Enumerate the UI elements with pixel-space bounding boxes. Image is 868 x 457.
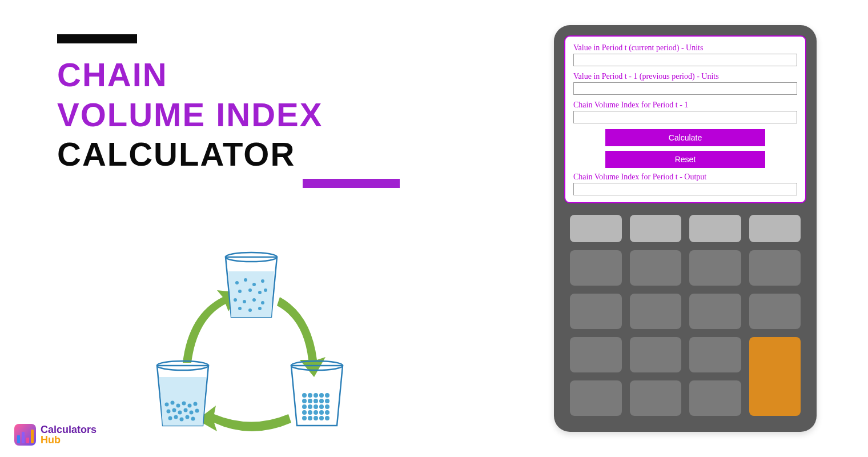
svg-point-6 [248,288,252,292]
svg-point-17 [165,403,169,407]
keypad-key [689,380,741,416]
svg-point-46 [308,404,312,409]
keypad-key [630,380,682,416]
title-line-2: VOLUME INDEX [57,95,514,135]
title-block: CHAIN VOLUME INDEX CALCULATOR [57,34,514,188]
keypad-key [570,380,622,416]
svg-point-52 [314,410,318,415]
svg-point-22 [194,402,198,406]
keypad-key [570,215,622,242]
svg-point-8 [264,288,267,292]
svg-point-40 [302,399,307,403]
svg-point-39 [325,393,329,398]
svg-point-25 [178,411,182,415]
svg-point-23 [167,410,171,414]
calculate-button[interactable]: Calculate [605,129,765,146]
cup-top-icon [226,252,277,317]
svg-point-50 [302,410,307,415]
output-label: Chain Volume Index for Period t - Output [573,173,797,182]
svg-point-29 [168,416,172,420]
cup-right-icon [291,361,343,426]
svg-point-35 [302,393,307,398]
svg-point-12 [261,301,264,304]
field-2-label: Value in Period t - 1 (previous period) … [573,72,797,81]
svg-point-49 [325,404,329,409]
svg-point-59 [325,416,329,420]
brand-logo: Calculators Hub [14,424,97,446]
svg-point-44 [325,399,329,403]
svg-point-57 [314,416,318,420]
svg-point-36 [308,393,312,398]
svg-point-37 [314,393,318,398]
calculator-keypad [564,203,806,422]
calculator-form: Value in Period t (current period) - Uni… [564,35,806,203]
svg-point-31 [180,418,184,422]
svg-point-4 [261,279,264,283]
keypad-equals-key [749,337,801,416]
keypad-key [689,337,741,372]
svg-point-48 [319,404,324,409]
svg-point-27 [190,411,194,415]
field-3-label: Chain Volume Index for Period t - 1 [573,101,797,110]
keypad-key [689,215,741,242]
svg-point-58 [319,416,324,420]
svg-point-1 [235,281,239,284]
svg-point-11 [252,298,256,302]
arrow-bottom-icon [197,406,291,431]
svg-point-19 [176,404,180,408]
svg-point-56 [308,416,312,420]
decorative-bar-top [57,34,137,43]
svg-point-14 [248,308,252,312]
svg-point-15 [258,307,262,310]
keypad-key [570,294,622,329]
calculator-device: Value in Period t (current period) - Uni… [554,25,817,432]
keypad-key [749,294,801,329]
svg-point-13 [238,307,242,310]
svg-point-26 [184,408,188,412]
chain-index-output[interactable] [573,183,797,195]
title-line-3: CALCULATOR [57,134,514,174]
svg-point-18 [171,401,175,405]
keypad-key [689,294,741,329]
svg-point-42 [314,399,318,403]
svg-point-32 [186,415,190,419]
keypad-key [630,250,682,286]
logo-text: Calculators Hub [41,424,97,445]
svg-point-53 [319,410,324,415]
field-1-label: Value in Period t (current period) - Uni… [573,43,797,53]
svg-point-3 [252,283,256,286]
decorative-bar-bottom [303,179,400,188]
svg-point-28 [195,409,199,413]
cup-left-icon [157,361,208,426]
svg-point-9 [234,298,237,302]
keypad-key [630,337,682,372]
value-period-t-minus-1-input[interactable] [573,82,797,95]
svg-point-5 [238,290,242,293]
svg-point-41 [308,399,312,403]
keypad-key [630,215,682,242]
svg-point-21 [188,404,192,408]
logo-icon [14,424,36,446]
svg-point-2 [244,278,247,282]
value-period-t-input[interactable] [573,54,797,66]
svg-point-38 [319,393,324,398]
keypad-key [570,337,622,372]
svg-point-20 [182,402,186,406]
keypad-key [689,250,741,286]
keypad-key [749,215,801,242]
reset-button[interactable]: Reset [605,151,765,168]
svg-point-24 [172,408,176,412]
keypad-key [630,294,682,329]
svg-point-43 [319,399,324,403]
svg-point-33 [191,417,195,421]
title-line-1: CHAIN [57,55,514,95]
keypad-key [749,250,801,286]
svg-point-10 [243,300,246,303]
svg-point-55 [302,416,307,420]
svg-point-45 [302,404,307,409]
cycle-diagram [148,251,354,446]
svg-point-47 [314,404,318,409]
chain-index-t-minus-1-input[interactable] [573,111,797,123]
svg-point-51 [308,410,312,415]
svg-point-7 [258,291,262,294]
